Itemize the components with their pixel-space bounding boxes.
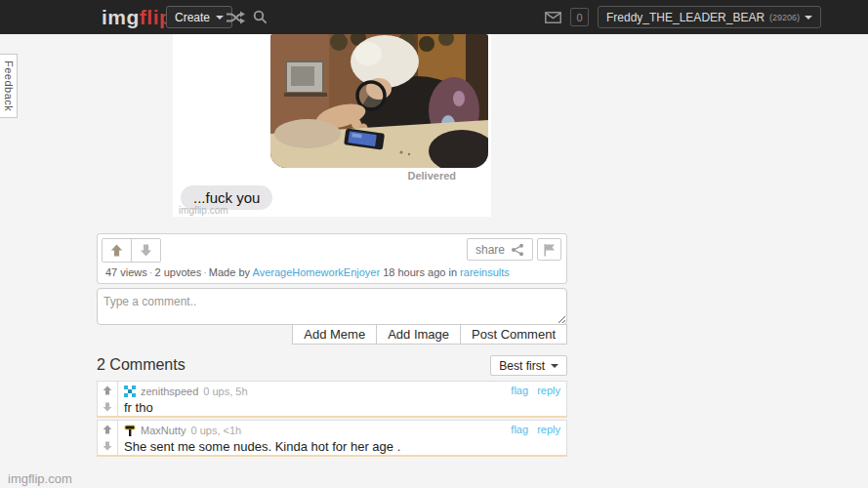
add-meme-button[interactable]: Add Meme [292,324,377,345]
logo-img-text: img [102,6,140,28]
comment-ups-time: 0 ups, 5h [203,386,247,397]
chevron-down-icon [551,364,558,368]
comment-username[interactable]: zenithspeed [141,386,198,397]
comment-actions: flag reply [505,424,560,435]
flag-comment-link[interactable]: flag [511,424,528,435]
comment-username[interactable]: MaxNutty [141,425,186,436]
top-navbar: imgflip Create [0,0,868,34]
share-button[interactable]: share [467,238,533,261]
imgflip-logo[interactable]: imgflip [102,6,172,29]
user-points-label: (29206) [769,13,800,22]
site-watermark: imgflip.com [8,471,72,486]
stream-link[interactable]: rareinsults [460,266,510,278]
share-button-label: share [475,243,505,257]
feedback-tab[interactable]: Feedback [0,54,18,118]
comment-ups-time: 0 ups, <1h [190,425,241,436]
author-link[interactable]: AverageHomeworkEnjoyer [253,266,381,278]
create-button[interactable]: Create [166,6,232,28]
comment-downvote-button[interactable] [98,399,117,417]
vote-arrows [102,238,161,263]
posted-time-label: 18 hours ago in [383,266,457,278]
meme-watermark: imgflip.com [179,205,228,216]
create-button-label: Create [175,11,210,24]
downvote-button[interactable] [131,239,160,262]
comment-downvote-button[interactable] [98,438,117,456]
comment-input[interactable] [97,288,567,325]
shuffle-icon[interactable] [225,8,246,26]
comment-row: MaxNutty 0 ups, <1h flag reply She sent … [97,420,567,457]
sort-comments-button[interactable]: Best first [490,355,567,376]
made-by-label: Made by [209,266,250,278]
comment-text: She sent me some nudes. Kinda hot for he… [124,439,560,454]
username-label: Freddy_THE_LEADER_BEAR [606,11,765,24]
comment-upvote-button[interactable] [98,382,117,399]
comment-meta: zenithspeed 0 ups, 5h [124,384,560,398]
meme-stats: 47 views·2 upvotes·Made by AverageHomewo… [105,266,510,278]
vote-stats-box: share 47 views·2 upvotes·Made by Average… [97,233,567,284]
sort-label: Best first [499,359,545,373]
header-right-group: 0 Freddy_THE_LEADER_BEAR (29206) [545,0,821,34]
comment-body: zenithspeed 0 ups, 5h flag reply fr tho [118,382,566,416]
post-comment-button[interactable]: Post Comment [460,324,567,345]
chevron-down-icon [805,16,812,20]
comment-vote-arrows [98,382,118,416]
feedback-tab-label: Feedback [3,61,15,111]
page: imgflip Create [0,0,868,488]
reply-comment-link[interactable]: reply [537,385,560,396]
notification-count[interactable]: 0 [570,8,589,26]
comment-row: zenithspeed 0 ups, 5h flag reply fr tho [97,381,567,418]
comment-vote-arrows [98,421,118,455]
avatar[interactable] [124,425,136,436]
stats-separator: · [201,266,209,278]
user-menu-button[interactable]: Freddy_THE_LEADER_BEAR (29206) [598,6,821,28]
comment-actions: flag reply [505,385,560,396]
comment-meta: MaxNutty 0 ups, <1h [124,423,560,437]
reply-comment-link[interactable]: reply [537,424,560,435]
chevron-down-icon [216,16,224,20]
add-image-button[interactable]: Add Image [376,324,461,345]
comment-body: MaxNutty 0 ups, <1h flag reply She sent … [118,421,566,455]
comment-text: fr tho [124,400,560,415]
flag-comment-link[interactable]: flag [511,385,528,396]
upvote-button[interactable] [103,239,131,262]
comment-upvote-button[interactable] [98,421,117,438]
messages-icon[interactable] [545,12,561,23]
avatar[interactable] [124,386,136,397]
views-count: 47 views [105,266,147,278]
upvotes-count: 2 upvotes [154,266,201,278]
search-icon[interactable] [249,8,270,26]
comment-form-buttons: Add Meme Add Image Post Comment [97,324,567,345]
flag-button[interactable] [537,238,561,261]
meme-photo [270,34,488,168]
comments-heading: 2 Comments [97,356,186,374]
flag-icon [543,243,556,257]
share-icon [511,243,524,257]
meme-image[interactable]: Delivered ...fuck you imgflip.com [173,34,491,217]
delivered-status: Delivered [407,170,456,182]
